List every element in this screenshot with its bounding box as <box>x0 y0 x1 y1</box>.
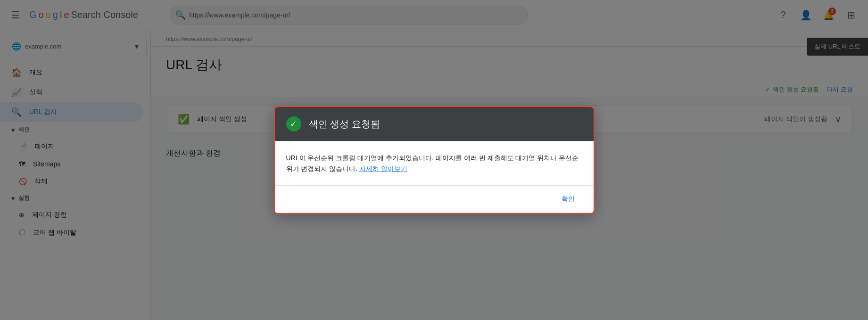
dialog-success-icon: ✓ <box>286 116 301 131</box>
dialog-title: 색인 생성 요청됨 <box>309 118 380 131</box>
dialog-overlay[interactable]: ✓ 색인 생성 요청됨 URL이 우선순위 크롤링 대기열에 추가되었습니다. … <box>0 0 868 320</box>
dialog-message: URL이 우선순위 크롤링 대기열에 추가되었습니다. 페이지를 여러 번 제출… <box>286 154 579 172</box>
dialog-footer: 확인 <box>275 185 594 213</box>
dialog-header: ✓ 색인 생성 요청됨 <box>275 107 594 141</box>
index-request-dialog: ✓ 색인 생성 요청됨 URL이 우선순위 크롤링 대기열에 추가되었습니다. … <box>274 106 595 214</box>
dialog-body: URL이 우선순위 크롤링 대기열에 추가되었습니다. 페이지를 여러 번 제출… <box>275 141 594 185</box>
learn-more-link[interactable]: 자세히 알아보기 <box>359 165 407 172</box>
dialog-ok-button[interactable]: 확인 <box>554 191 582 207</box>
dialog-body-text: URL이 우선순위 크롤링 대기열에 추가되었습니다. 페이지를 여러 번 제출… <box>286 153 582 174</box>
